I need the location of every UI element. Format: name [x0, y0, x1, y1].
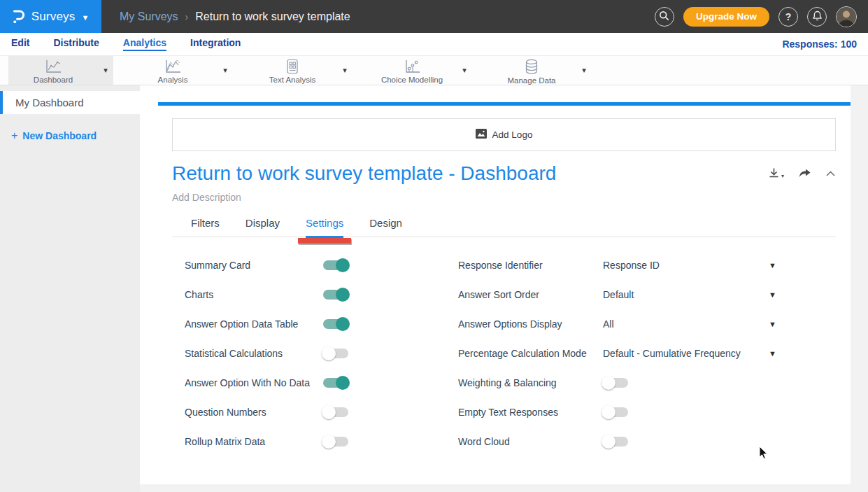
setting-row-rollup-matrix-data: Rollup Matrix Data	[185, 427, 458, 456]
charts-toggle[interactable]	[323, 290, 348, 300]
tab-distribute[interactable]: Distribute	[53, 37, 99, 51]
setting-row-response-identifier: Response Identifier Response ID ▼	[458, 251, 822, 280]
toolbar-item-text-analysis[interactable]: Text Analysis ▾	[248, 56, 353, 85]
document-grid-icon	[285, 59, 300, 74]
search-icon	[659, 10, 669, 23]
help-button[interactable]: ?	[778, 7, 798, 27]
sidebar-item-my-dashboard[interactable]: My Dashboard	[0, 91, 140, 114]
question-mark-icon: ?	[785, 11, 792, 22]
bell-icon	[812, 10, 823, 23]
product-name: Surveys	[31, 10, 76, 24]
plus-icon: +	[11, 129, 17, 142]
toggle-knob	[602, 435, 616, 449]
chevron-down-icon: ▼	[769, 290, 776, 299]
answer-sort-order-select[interactable]: Default ▼	[603, 289, 776, 300]
question-numbers-toggle[interactable]	[323, 407, 348, 417]
download-caret-icon: ▾	[781, 173, 784, 179]
questionpro-logo-icon	[13, 9, 25, 24]
dashboard-line-chart-icon	[44, 59, 62, 74]
setting-row-summary-card: Summary Card	[185, 251, 458, 280]
setting-row-weighting-balancing: Weighting & Balancing	[458, 368, 822, 398]
setting-row-percentage-calculation-mode: Percentage Calculation Mode Default - Cu…	[458, 339, 822, 368]
setting-row-answer-option-with-no-data: Answer Option With No Data	[185, 368, 458, 398]
tab-filters[interactable]: Filters	[191, 217, 220, 237]
answer-options-display-select[interactable]: All ▼	[603, 318, 776, 330]
new-dashboard-button[interactable]: + New Dashboard	[11, 129, 140, 142]
tab-settings-label: Settings	[306, 217, 343, 229]
empty-text-responses-toggle[interactable]	[603, 407, 628, 417]
tab-edit[interactable]: Edit	[11, 37, 29, 51]
setting-label: Weighting & Balancing	[458, 377, 603, 388]
settings-right-column: Response Identifier Response ID ▼ Answer…	[458, 251, 822, 456]
add-logo-dropzone[interactable]: Add Logo	[172, 118, 836, 151]
answer-option-with-no-data-toggle[interactable]	[323, 378, 348, 388]
choice-modelling-caret-icon[interactable]: ▾	[457, 66, 472, 75]
title-actions: ▾	[768, 163, 836, 179]
rollup-matrix-data-toggle[interactable]	[323, 437, 348, 447]
search-button[interactable]	[655, 7, 674, 27]
text-analysis-caret-icon[interactable]: ▾	[337, 66, 353, 75]
setting-label: Word Cloud	[458, 436, 603, 447]
breadcrumb-my-surveys[interactable]: My Surveys	[120, 10, 178, 23]
toolbar-item-analysis[interactable]: Analysis ▾	[128, 56, 233, 85]
toolbar-label: Dashboard	[34, 76, 73, 84]
top-header: Surveys ▼ My Surveys › Return to work su…	[0, 0, 868, 33]
notifications-button[interactable]	[807, 7, 827, 27]
breadcrumb-current: Return to work survey template	[195, 10, 350, 23]
toolbar-item-dashboard[interactable]: Dashboard ▾	[8, 56, 113, 85]
product-switcher[interactable]: Surveys ▼	[0, 0, 101, 33]
weighting-balancing-toggle[interactable]	[603, 378, 628, 388]
toolbar-item-choice-modelling[interactable]: Choice Modelling ▾	[367, 56, 472, 85]
toggle-knob	[336, 288, 350, 302]
setting-label: Rollup Matrix Data	[185, 436, 323, 447]
percentage-calculation-mode-select[interactable]: Default - Cumulative Frequency ▼	[603, 348, 776, 359]
tab-design[interactable]: Design	[369, 217, 402, 237]
collapse-button[interactable]	[825, 170, 836, 177]
setting-row-answer-sort-order: Answer Sort Order Default ▼	[458, 280, 822, 309]
toolbar-item-manage-data[interactable]: Manage Data ▾	[487, 56, 592, 85]
toggle-knob	[602, 376, 616, 390]
sidebar-item-label: My Dashboard	[15, 97, 84, 108]
user-avatar[interactable]	[836, 6, 857, 27]
tab-integration[interactable]: Integration	[190, 37, 241, 51]
dashboard-main: Add Logo Return to work survey template …	[140, 85, 851, 484]
add-logo-label: Add Logo	[492, 129, 533, 140]
summary-card-toggle[interactable]	[323, 260, 348, 270]
toggle-knob	[336, 317, 350, 331]
add-description-placeholder[interactable]: Add Description	[172, 192, 851, 203]
chevron-down-icon: ▼	[769, 320, 776, 328]
analysis-caret-icon[interactable]: ▾	[218, 66, 233, 75]
setting-row-charts: Charts	[185, 280, 458, 309]
page: Surveys ▼ My Surveys › Return to work su…	[0, 0, 868, 492]
tab-display[interactable]: Display	[246, 217, 280, 237]
response-identifier-select[interactable]: Response ID ▼	[603, 260, 776, 271]
dashboard-caret-icon[interactable]: ▾	[98, 66, 113, 75]
settings-left-column: Summary Card Charts Answer Option Data T…	[185, 251, 458, 456]
responses-count[interactable]: Responses: 100	[782, 38, 857, 50]
dashboard-tabs: Filters Display Settings Design	[172, 217, 836, 237]
toggle-knob	[336, 258, 350, 272]
toggle-knob	[322, 405, 336, 419]
tab-settings[interactable]: Settings	[306, 217, 343, 238]
setting-label: Question Numbers	[185, 407, 323, 418]
setting-row-answer-options-display: Answer Options Display All ▼	[458, 309, 822, 339]
upgrade-now-button[interactable]: Upgrade Now	[683, 7, 769, 27]
manage-data-caret-icon[interactable]: ▾	[576, 66, 592, 75]
title-row: Return to work survey template - Dashboa…	[172, 163, 836, 185]
download-button[interactable]: ▾	[768, 167, 784, 179]
analytics-toolbar: Dashboard ▾ Analysis ▾ Text Analysis ▾ C…	[0, 55, 868, 85]
setting-row-statistical-calculations: Statistical Calculations	[185, 339, 458, 368]
tab-analytics[interactable]: Analytics	[123, 37, 166, 51]
setting-label: Answer Options Display	[458, 318, 603, 330]
breadcrumb: My Surveys › Return to work survey templ…	[120, 10, 350, 23]
word-cloud-toggle[interactable]	[603, 437, 628, 447]
toolbar-label: Choice Modelling	[381, 76, 443, 84]
statistical-calculations-toggle[interactable]	[323, 349, 348, 358]
share-button[interactable]	[798, 168, 811, 179]
download-icon	[768, 167, 780, 179]
answer-option-data-table-toggle[interactable]	[323, 319, 348, 329]
settings-panel: Summary Card Charts Answer Option Data T…	[185, 251, 851, 456]
page-title: Return to work survey template - Dashboa…	[172, 163, 556, 185]
setting-label: Statistical Calculations	[185, 348, 323, 359]
subnav-tabs: Edit Distribute Analytics Integration	[11, 37, 241, 51]
